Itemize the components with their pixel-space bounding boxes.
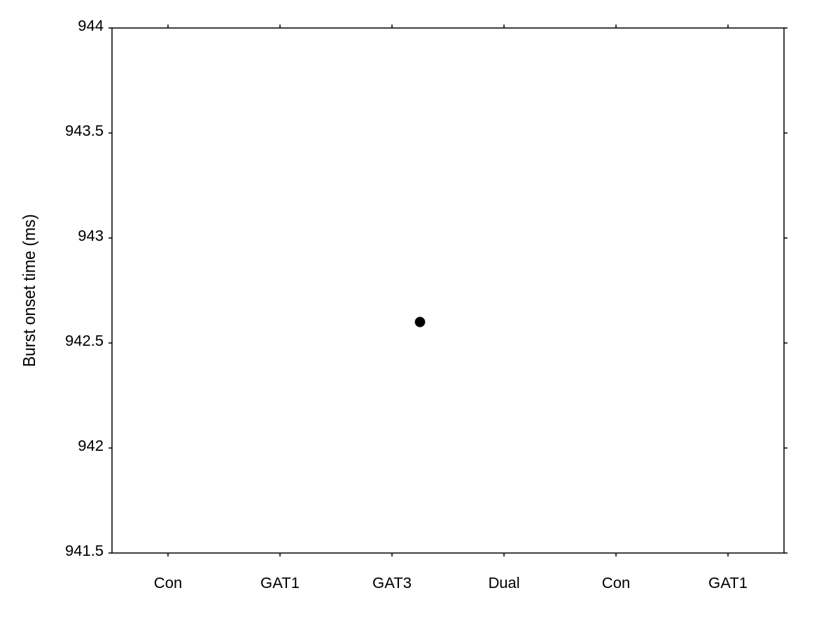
y-label-942: 942 [78,437,104,454]
x-label-4: Dual [488,574,519,592]
plot-area [112,28,784,553]
x-label-5: Con [602,574,630,592]
y-label-9425: 942.5 [65,332,104,349]
x-label-3: GAT3 [372,574,412,592]
x-label-2: GAT1 [260,574,300,592]
chart-container: 944 943.5 943 942.5 942 941.5 Con GAT1 G… [0,0,840,630]
y-label-943: 943 [78,227,104,244]
x-label-1: Con [154,574,182,592]
y-label-9415: 941.5 [65,542,104,559]
x-label-6: GAT1 [708,574,748,592]
scatter-plot: 944 943.5 943 942.5 942 941.5 Con GAT1 G… [0,0,840,630]
data-point-1 [415,317,425,327]
y-label-9435: 943.5 [65,122,104,139]
y-axis-title: Burst onset time (ms) [20,214,38,368]
y-label-944: 944 [78,17,104,34]
